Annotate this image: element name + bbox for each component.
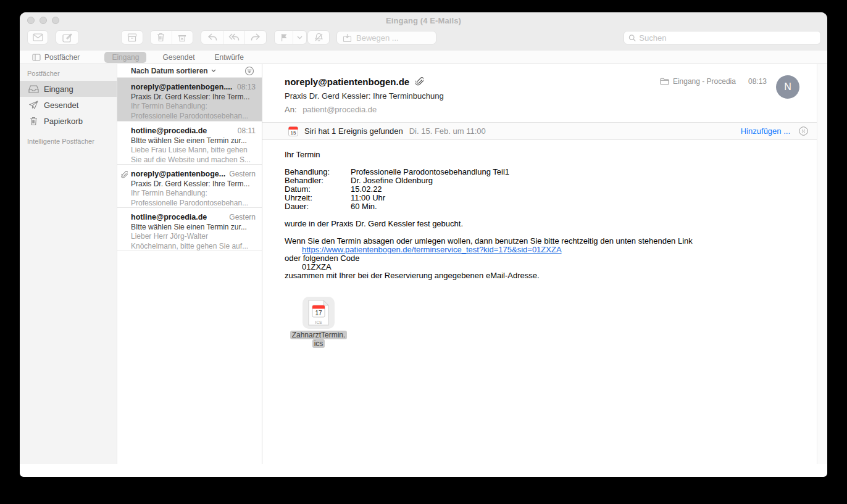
- search-field[interactable]: [624, 31, 821, 44]
- sidebar-item-gesendet[interactable]: Gesendet: [20, 97, 117, 113]
- message-viewer: noreply@patientenbogen.de Praxis Dr. Ger…: [262, 64, 827, 464]
- move-to-label: Bewegen ...: [356, 33, 399, 43]
- flag-menu-button[interactable]: [293, 31, 306, 44]
- toolbar: Bewegen ...: [20, 28, 827, 51]
- detail-uhrzeit: Uhrzeit: 11:00 Uhr: [285, 194, 803, 202]
- bell-slash-icon: [314, 33, 323, 42]
- reply-all-icon: [228, 33, 240, 41]
- to-label: An:: [285, 105, 297, 114]
- calendar-icon: 15: [288, 126, 298, 136]
- message-row-1[interactable]: noreply@patientenbogen.... 08:13 Praxis …: [117, 78, 262, 121]
- reply-button[interactable]: [201, 31, 223, 44]
- row-sender: noreply@patientenboge...: [131, 170, 225, 178]
- row-subject: Praxis Dr. Gerd Kessler: Ihre Term...: [131, 180, 256, 188]
- reply-all-button[interactable]: [223, 31, 244, 44]
- sidebar-toggle-icon: [32, 54, 41, 61]
- row-time: 08:11: [238, 126, 256, 135]
- sidebar-header: Postfächer: [20, 68, 117, 81]
- siri-add-button[interactable]: Hinzufügen ...: [741, 126, 790, 136]
- message-list: Nach Datum sortieren noreply@patientenbo…: [117, 64, 262, 464]
- sort-control[interactable]: Nach Datum sortieren: [131, 67, 216, 75]
- row-sender: hotline@procedia.de: [131, 126, 207, 135]
- favorites-tab-gesendet[interactable]: Gesendet: [162, 53, 194, 62]
- search-icon: [628, 34, 636, 42]
- mute-button[interactable]: [307, 30, 330, 44]
- window-title: Eingang (4 E-Mails): [20, 12, 827, 29]
- archive-button[interactable]: [121, 30, 143, 44]
- svg-text:15: 15: [291, 130, 296, 135]
- delete-button[interactable]: [151, 31, 172, 44]
- minimize-window-button[interactable]: [40, 17, 47, 24]
- row-preview: Lieber Herr Jörg-Walter: [131, 232, 256, 241]
- attachment-name-line1: ZahnarztTermin.: [290, 331, 348, 339]
- message-row-4[interactable]: hotline@procedia.de Gestern BItte wählen…: [117, 207, 262, 250]
- paper-plane-icon: [28, 101, 39, 109]
- chevron-down-icon: [211, 69, 216, 72]
- detail-behandler: Behandler: Dr. Josefine Oldenburg: [285, 176, 803, 185]
- mailbox-list-toggle[interactable]: [32, 54, 41, 61]
- move-to-control[interactable]: Bewegen ...: [336, 31, 436, 44]
- svg-text:ICS: ICS: [315, 320, 323, 324]
- mail-window: Eingang (4 E-Mails): [20, 12, 827, 477]
- compose-button[interactable]: [56, 30, 79, 44]
- ics-file-icon: 17 ICS: [307, 299, 330, 326]
- sort-label: Nach Datum sortieren: [131, 67, 208, 75]
- row-preview: Ihr Termin Behandlung:: [131, 102, 256, 111]
- row-subject: BItte wählen Sie einen Termin zur...: [131, 136, 256, 145]
- chevron-down-icon: [297, 36, 302, 39]
- message-header: noreply@patientenbogen.de Praxis Dr. Ger…: [262, 64, 827, 122]
- forward-button[interactable]: [244, 31, 266, 44]
- junk-button[interactable]: [172, 31, 193, 44]
- flag-button[interactable]: [275, 31, 293, 44]
- row-sender: noreply@patientenbogen....: [131, 83, 232, 91]
- compose-icon: [62, 33, 72, 43]
- favorites-tab-eingang[interactable]: Eingang: [104, 52, 146, 63]
- filter-button[interactable]: [244, 66, 254, 76]
- message-body: Ihr Termin Behandlung: Professionelle Pa…: [262, 140, 827, 348]
- zoom-window-button[interactable]: [52, 17, 59, 24]
- message-row-2[interactable]: hotline@procedia.de 08:11 BItte wählen S…: [117, 121, 262, 164]
- body-closing: zusammen mit Ihrer bei der Reservierung …: [285, 271, 803, 280]
- sidebar-item-label: Papierkorb: [44, 117, 83, 126]
- siri-event-detail: Di. 15. Feb. um 11:00: [409, 126, 486, 136]
- delete-junk-group: [150, 30, 193, 44]
- siri-title: Siri hat 1 Ereignis gefunden: [304, 126, 403, 136]
- close-window-button[interactable]: [27, 17, 35, 24]
- smart-mailboxes-header[interactable]: Intelligente Postfächer: [20, 129, 117, 145]
- attachment-ics[interactable]: 17 ICS ZahnarztTermin. ics: [285, 297, 353, 348]
- message-sender: noreply@patientenbogen.de: [285, 76, 409, 87]
- traffic-lights: [27, 17, 59, 24]
- row-time: 08:13: [237, 83, 256, 91]
- message-time: 08:13: [748, 77, 767, 86]
- row-preview: Professionelle Parodontosebehan...: [131, 199, 256, 208]
- body-code: 01ZXZA: [285, 263, 803, 271]
- siri-dismiss-button[interactable]: [799, 126, 808, 136]
- title-bar: Eingang (4 E-Mails): [20, 12, 827, 28]
- row-subject: Praxis Dr. Gerd Kessler: Ihre Term...: [131, 93, 256, 101]
- search-input[interactable]: [639, 33, 816, 43]
- sidebar-item-eingang[interactable]: Eingang: [20, 81, 117, 97]
- favorites-mailboxes-label[interactable]: Postfächer: [44, 53, 80, 62]
- attachment-name-line2: ics: [312, 339, 325, 348]
- message-list-header: Nach Datum sortieren: [117, 64, 262, 78]
- row-preview: Knöchelmann, bitte gehen Sie auf...: [131, 242, 256, 251]
- scrollbar-track[interactable]: [817, 64, 827, 464]
- detail-dauer: Dauer: 60 Min.: [285, 202, 803, 211]
- siri-event-banner: 15 Siri hat 1 Ereignis gefunden Di. 15. …: [262, 122, 817, 140]
- get-mail-button[interactable]: [27, 30, 48, 44]
- row-preview: Sie auf die Website und machen S...: [131, 155, 256, 165]
- attachment-tile[interactable]: 17 ICS: [302, 297, 335, 329]
- forward-icon: [251, 33, 261, 41]
- svg-text:17: 17: [315, 310, 322, 316]
- paperclip-icon: [415, 77, 424, 86]
- trash-icon: [28, 117, 39, 126]
- body-link-intro: Wenn Sie den Termin absagen oder umlegen…: [285, 237, 803, 246]
- filter-icon: [244, 66, 254, 76]
- favorites-tab-entwuerfe[interactable]: Entwürfe: [214, 53, 243, 62]
- message-row-3[interactable]: noreply@patientenboge... Gestern Praxis …: [117, 164, 262, 207]
- flag-icon: [280, 33, 288, 42]
- appointment-link[interactable]: https://www.patientenbogen.de/terminserv…: [302, 245, 562, 254]
- sidebar-item-papierkorb[interactable]: Papierkorb: [20, 113, 117, 129]
- message-subject: Praxis Dr. Gerd Kessler: Ihre Terminbuch…: [285, 91, 827, 101]
- body-code-intro: oder folgenden Code: [285, 254, 803, 263]
